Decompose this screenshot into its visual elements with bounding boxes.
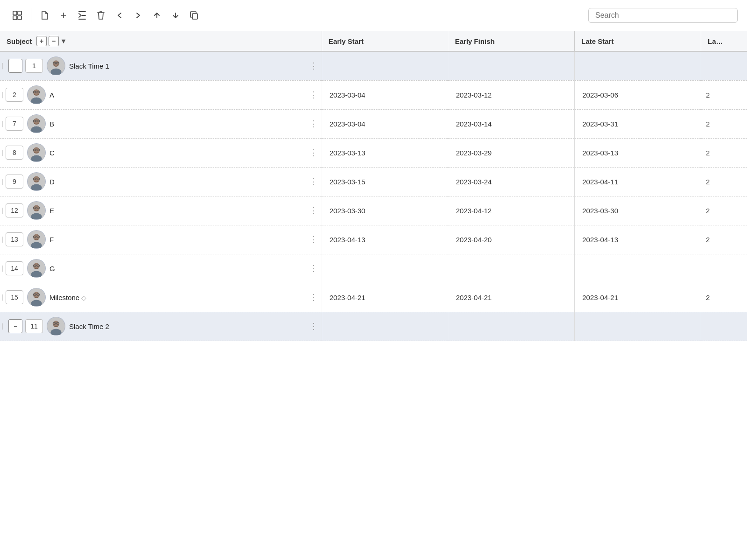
add-icon[interactable]: + <box>56 7 71 23</box>
row-menu-button[interactable]: ⋮ <box>307 321 322 331</box>
svg-point-64 <box>33 263 39 269</box>
collapse-button[interactable]: − <box>8 59 22 73</box>
early-start-column-header: Early Start <box>322 31 448 51</box>
table-row: │2 A⋮2023-03-042023-03-122023-03-062 <box>0 80 747 109</box>
delete-icon[interactable] <box>93 7 109 23</box>
row-id: 1 <box>25 59 43 73</box>
row-id: 13 <box>6 232 23 246</box>
late_start-cell-11 <box>575 312 701 341</box>
early_start-cell-11 <box>322 312 448 341</box>
early_start-cell-9: 2023-03-15 <box>322 167 448 196</box>
avatar <box>27 85 46 104</box>
subject-cell-14: │14 G⋮ <box>0 254 322 283</box>
table-row: │7 B⋮2023-03-042023-03-142023-03-312 <box>0 109 747 138</box>
row-drag-handle[interactable]: │ <box>0 81 6 109</box>
late_start-cell-8: 2023-03-13 <box>575 138 701 167</box>
subject-cell-9: │9 D⋮ <box>0 167 322 196</box>
late_start-cell-7: 2023-03-31 <box>575 109 701 138</box>
early_start-cell-7: 2023-03-04 <box>322 109 448 138</box>
svg-point-80 <box>53 321 59 327</box>
subject-cell-15: │15 Milestone◇⋮ <box>0 283 322 312</box>
search-input[interactable] <box>595 11 731 20</box>
row-drag-handle[interactable]: │ <box>0 254 6 283</box>
row-id: 9 <box>6 175 23 189</box>
early_finish-cell-14 <box>448 254 575 283</box>
avatar <box>27 114 46 133</box>
row-drag-handle[interactable]: │ <box>0 312 6 341</box>
forward-icon[interactable] <box>130 7 146 23</box>
grid-icon[interactable] <box>9 7 25 23</box>
task-name: Slack Time 1 <box>69 62 305 70</box>
move-up-icon[interactable] <box>149 7 165 23</box>
late_finish-cell-2: 2 <box>701 80 747 109</box>
milestone-diamond: ◇ <box>81 294 86 301</box>
svg-point-32 <box>33 147 39 154</box>
avatar <box>27 288 46 307</box>
row-menu-button[interactable]: ⋮ <box>307 263 322 273</box>
late_start-cell-9: 2023-04-11 <box>575 167 701 196</box>
early_finish-cell-9: 2023-03-24 <box>448 167 575 196</box>
row-menu-button[interactable]: ⋮ <box>307 61 322 71</box>
row-drag-handle[interactable]: │ <box>0 168 6 196</box>
indent-icon[interactable] <box>74 7 90 23</box>
row-drag-handle[interactable]: │ <box>0 225 6 254</box>
late_finish-cell-11 <box>701 312 747 341</box>
row-id: 15 <box>6 290 23 304</box>
early_finish-cell-15: 2023-04-21 <box>448 283 575 312</box>
svg-point-24 <box>33 119 39 125</box>
row-menu-button[interactable]: ⋮ <box>307 90 322 100</box>
svg-point-72 <box>33 292 39 298</box>
subject-cell-13: │13 F⋮ <box>0 225 322 254</box>
avatar <box>47 317 65 336</box>
filter-icon[interactable]: ▾ <box>62 37 65 45</box>
svg-point-56 <box>33 234 39 240</box>
early_finish-cell-13: 2023-04-20 <box>448 225 575 254</box>
row-drag-handle[interactable]: │ <box>0 283 6 312</box>
back-icon[interactable] <box>112 7 127 23</box>
copy-icon[interactable] <box>186 7 202 23</box>
early_start-cell-12: 2023-03-30 <box>322 196 448 225</box>
late_start-cell-15: 2023-04-21 <box>575 283 701 312</box>
collapse-button[interactable]: − <box>8 319 22 333</box>
row-menu-button[interactable]: ⋮ <box>307 292 322 302</box>
row-menu-button[interactable]: ⋮ <box>307 205 322 216</box>
early_start-cell-8: 2023-03-13 <box>322 138 448 167</box>
subject-cell-1: │−1 Slack Time 1⋮ <box>0 51 322 80</box>
late_start-cell-2: 2023-03-06 <box>575 80 701 109</box>
table-row: │9 D⋮2023-03-152023-03-242023-04-112 <box>0 167 747 196</box>
row-menu-button[interactable]: ⋮ <box>307 176 322 187</box>
late_start-cell-13: 2023-04-13 <box>575 225 701 254</box>
svg-point-40 <box>33 176 39 182</box>
search-box[interactable] <box>588 8 738 23</box>
toolbar: + <box>0 0 747 31</box>
early_finish-cell-7: 2023-03-14 <box>448 109 575 138</box>
row-drag-handle[interactable]: │ <box>0 52 6 80</box>
row-menu-button[interactable]: ⋮ <box>307 234 322 245</box>
separator-2 <box>208 8 208 22</box>
row-drag-handle[interactable]: │ <box>0 196 6 225</box>
expand-all-button[interactable]: + <box>36 36 47 46</box>
row-drag-handle[interactable]: │ <box>0 139 6 167</box>
row-drag-handle[interactable]: │ <box>0 110 6 138</box>
subject-label: Subject <box>7 37 32 45</box>
row-menu-button[interactable]: ⋮ <box>307 147 322 158</box>
late_finish-cell-14 <box>701 254 747 283</box>
svg-rect-1 <box>18 11 21 15</box>
early_finish-cell-2: 2023-03-12 <box>448 80 575 109</box>
subject-cell-11: │−11 Slack Time 2⋮ <box>0 312 322 341</box>
table-row: │14 G⋮ <box>0 254 747 283</box>
task-name: Slack Time 2 <box>69 322 305 330</box>
row-id: 8 <box>6 146 23 160</box>
early_finish-cell-8: 2023-03-29 <box>448 138 575 167</box>
row-id: 14 <box>6 261 23 275</box>
move-down-icon[interactable] <box>168 7 183 23</box>
late_start-cell-12: 2023-03-30 <box>575 196 701 225</box>
avatar <box>47 56 65 75</box>
collapse-all-button[interactable]: − <box>49 36 59 46</box>
late_finish-cell-13: 2 <box>701 225 747 254</box>
subject-column-header: Subject + − ▾ <box>0 31 322 51</box>
row-menu-button[interactable]: ⋮ <box>307 119 322 129</box>
late_finish-cell-15: 2 <box>701 283 747 312</box>
new-doc-icon[interactable] <box>37 7 53 23</box>
table-wrap: Subject + − ▾ Early Start Early Finish <box>0 31 747 341</box>
